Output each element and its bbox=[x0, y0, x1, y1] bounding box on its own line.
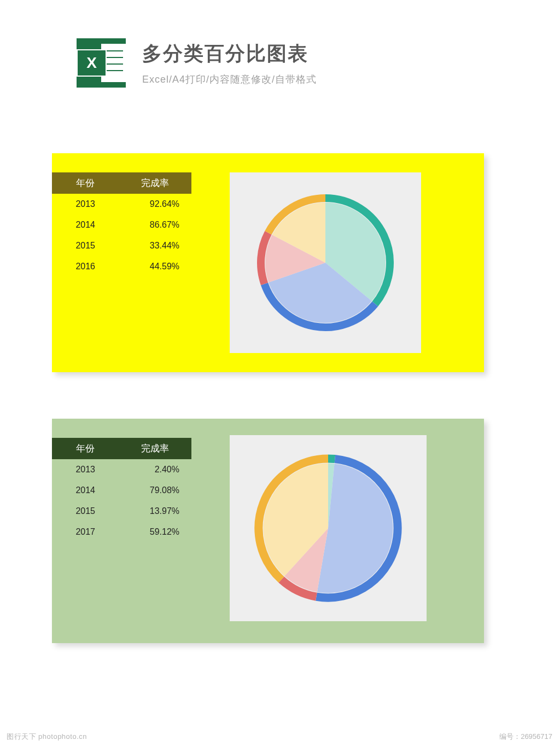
cell-year: 2017 bbox=[52, 522, 119, 542]
cell-rate: 86.67% bbox=[119, 215, 191, 235]
serial-label: 编号： bbox=[499, 732, 521, 741]
panel-b-table: 年份 完成率 20132.40% 201479.08% 201513.97% 2… bbox=[52, 438, 191, 542]
cell-year: 2014 bbox=[52, 215, 119, 235]
page-subtitle: Excel/A4打印/内容随意修改/自带格式 bbox=[142, 73, 317, 86]
table-row: 201644.59% bbox=[52, 256, 191, 277]
cell-rate: 92.64% bbox=[119, 194, 191, 215]
table-row: 201513.97% bbox=[52, 501, 191, 522]
cell-rate: 79.08% bbox=[119, 480, 191, 501]
serial-number: 26956717 bbox=[521, 732, 552, 741]
cell-year: 2015 bbox=[52, 501, 119, 522]
excel-icon: X bbox=[77, 38, 126, 88]
watermark-serial: 编号：26956717 bbox=[499, 732, 552, 742]
col-year: 年份 bbox=[52, 438, 119, 459]
cell-year: 2015 bbox=[52, 235, 119, 256]
cell-rate: 59.12% bbox=[119, 522, 191, 542]
table-row: 201759.12% bbox=[52, 522, 191, 542]
page-header: X 多分类百分比图表 Excel/A4打印/内容随意修改/自带格式 bbox=[0, 0, 560, 88]
pie-chart-a bbox=[254, 192, 396, 334]
table-row: 201479.08% bbox=[52, 480, 191, 501]
table-row: 201392.64% bbox=[52, 194, 191, 215]
table-row: 201486.67% bbox=[52, 215, 191, 235]
table-header-row: 年份 完成率 bbox=[52, 438, 191, 459]
pie-ring-segment bbox=[328, 459, 335, 459]
table-row: 20132.40% bbox=[52, 459, 191, 480]
col-year: 年份 bbox=[52, 172, 119, 194]
cell-rate: 2.40% bbox=[119, 459, 191, 480]
panel-a-chart-box bbox=[230, 172, 421, 353]
cell-rate: 13.97% bbox=[119, 501, 191, 522]
table-row: 201533.44% bbox=[52, 235, 191, 256]
panel-b: 年份 完成率 20132.40% 201479.08% 201513.97% 2… bbox=[52, 419, 484, 643]
cell-rate: 33.44% bbox=[119, 235, 191, 256]
col-rate: 完成率 bbox=[119, 172, 191, 194]
col-rate: 完成率 bbox=[119, 438, 191, 459]
page-title: 多分类百分比图表 bbox=[142, 41, 317, 67]
cell-year: 2014 bbox=[52, 480, 119, 501]
panel-b-chart-box bbox=[230, 435, 427, 621]
excel-x-letter: X bbox=[77, 49, 107, 77]
watermark-site: 图行天下 photophoto.cn bbox=[7, 732, 87, 741]
pie-chart-b bbox=[252, 452, 405, 605]
title-block: 多分类百分比图表 Excel/A4打印/内容随意修改/自带格式 bbox=[142, 41, 317, 86]
watermark: 图行天下 photophoto.cn bbox=[7, 732, 87, 742]
cell-year: 2013 bbox=[52, 459, 119, 480]
cell-year: 2013 bbox=[52, 194, 119, 215]
cell-year: 2016 bbox=[52, 256, 119, 277]
panel-a: 年份 完成率 201392.64% 201486.67% 201533.44% … bbox=[52, 153, 484, 372]
table-header-row: 年份 完成率 bbox=[52, 172, 191, 194]
panel-a-table: 年份 完成率 201392.64% 201486.67% 201533.44% … bbox=[52, 172, 191, 277]
cell-rate: 44.59% bbox=[119, 256, 191, 277]
